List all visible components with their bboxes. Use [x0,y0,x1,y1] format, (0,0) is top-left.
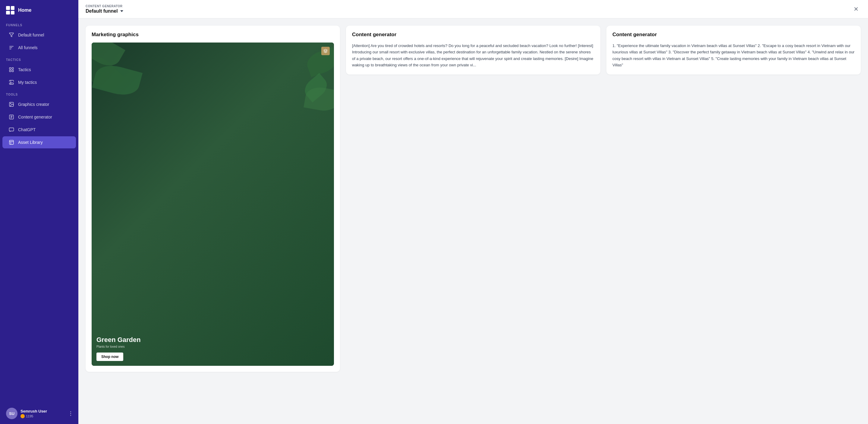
content-gen-icon [8,114,14,120]
sidebar-item-graphics-creator[interactable]: Graphics creator [2,98,76,110]
more-menu-button[interactable] [69,410,72,417]
user-credits: 1195 [21,414,66,418]
funnel-icon [8,32,14,38]
svg-rect-0 [9,67,11,69]
graphic-main-title: Green Garden [96,336,329,344]
sidebar-item-content-generator[interactable]: Content generator [2,111,76,123]
sidebar-item-label: My tactics [18,80,37,85]
sidebar-item-label: All funnels [18,45,38,50]
topbar-title: Default funnel [86,8,118,14]
user-name: Semrush User [21,409,66,414]
home-label: Home [18,7,31,13]
funnels-section-label: FUNNELS [0,19,79,29]
content-area: Marketing graphics Gre [79,19,868,424]
tactics-section-label: TACTICS [0,54,79,63]
sidebar-item-chatgpt[interactable]: ChatGPT [2,124,76,136]
shop-now-button[interactable]: Shop now [96,353,123,361]
graphic-preview: Green Garden Plants for loved ones Shop … [92,42,334,366]
my-tactics-icon [8,79,14,85]
content-generator-card-1: Content generator [Attention] Are you ti… [346,26,600,74]
sidebar-item-label: ChatGPT [18,127,36,132]
small-icon-box [321,47,330,55]
avatar: SU [6,408,18,419]
sidebar-item-default-funnel[interactable]: Default funnel [2,29,76,41]
sidebar-item-asset-library[interactable]: Asset Library [2,136,76,148]
topbar-left: CONTENT GENERATOR Default funnel [86,4,123,14]
svg-rect-2 [9,70,11,72]
topbar: CONTENT GENERATOR Default funnel ✕ [79,0,868,19]
asset-library-icon [8,139,14,145]
sidebar-item-all-funnels[interactable]: All funnels [2,41,76,54]
sidebar-item-label: Asset Library [18,140,43,145]
content-gen-2-title: Content generator [613,32,855,38]
sidebar: Home FUNNELS Default funnel All funnels … [0,0,79,424]
graphic-text-area: Green Garden Plants for loved ones Shop … [92,331,334,366]
home-icon [6,6,14,14]
user-info: Semrush User 1195 [21,409,66,418]
user-footer: SU Semrush User 1195 [0,403,79,424]
content-gen-2-text: 1. "Experience the ultimate family vacat… [613,42,855,68]
content-gen-1-text: [Attention] Are you tired of crowded hot… [352,42,594,68]
sidebar-item-label: Graphics creator [18,102,49,107]
coin-icon [21,414,25,418]
svg-rect-3 [12,70,13,72]
tools-section-label: TOOLS [0,89,79,98]
chevron-down-icon[interactable] [120,10,123,12]
main-area: CONTENT GENERATOR Default funnel ✕ Marke… [79,0,868,424]
topbar-label: CONTENT GENERATOR [86,4,123,8]
sidebar-item-my-tactics[interactable]: My tactics [2,76,76,88]
svg-rect-8 [9,140,13,145]
topbar-title-row[interactable]: Default funnel [86,8,123,14]
content-generator-card-2: Content generator 1. "Experience the ult… [607,26,861,74]
content-gen-1-title: Content generator [352,32,594,38]
marketing-graphics-card: Marketing graphics Gre [86,26,340,372]
leaf-decoration [92,42,334,366]
cards-row: Marketing graphics Gre [86,26,861,372]
svg-rect-1 [12,67,13,69]
svg-rect-7 [9,128,14,131]
chatgpt-icon [8,127,14,133]
tactics-icon [8,67,14,73]
credits-value: 1195 [26,414,33,418]
sidebar-home[interactable]: Home [0,0,79,19]
sidebar-item-label: Default funnel [18,33,44,37]
sidebar-item-label: Tactics [18,67,31,72]
all-funnels-icon [8,44,14,51]
close-button[interactable]: ✕ [851,4,861,14]
sidebar-item-label: Content generator [18,115,52,119]
graphics-icon [8,101,14,108]
svg-point-5 [10,103,11,104]
marketing-graphics-title: Marketing graphics [92,32,334,38]
sidebar-item-tactics[interactable]: Tactics [2,64,76,76]
graphic-subtitle: Plants for loved ones [96,345,329,348]
